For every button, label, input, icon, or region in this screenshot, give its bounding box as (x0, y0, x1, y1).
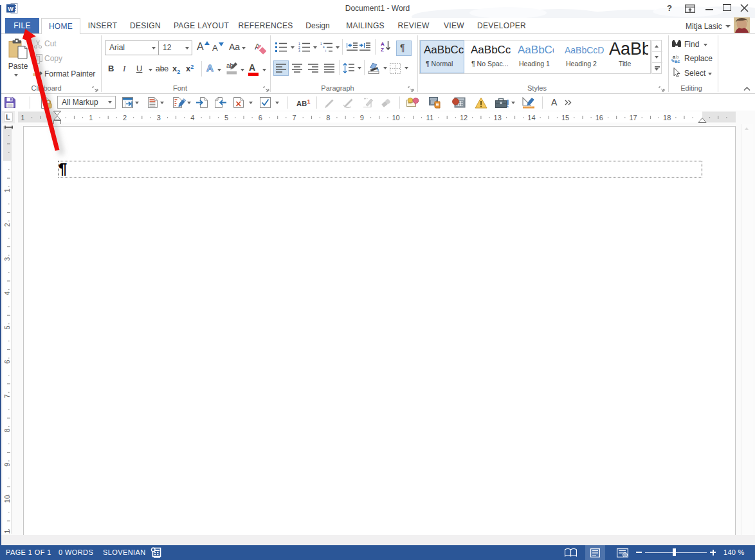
svg-text:4: 4 (190, 114, 194, 122)
svg-text:i: i (325, 50, 326, 52)
svg-text:ac: ac (675, 59, 680, 64)
svg-text:13: 13 (494, 114, 502, 122)
svg-text:18: 18 (663, 114, 671, 122)
svg-text:8: 8 (3, 428, 11, 432)
svg-text:3: 3 (3, 257, 11, 261)
svg-text:11: 11 (426, 114, 433, 122)
svg-text:2: 2 (3, 223, 11, 227)
svg-text:10: 10 (392, 114, 399, 122)
svg-text:1: 1 (89, 114, 93, 122)
svg-text:5: 5 (224, 114, 228, 122)
svg-text:14: 14 (527, 114, 535, 122)
svg-text:1: 1 (3, 188, 11, 192)
svg-text:10: 10 (3, 495, 11, 503)
svg-text:2: 2 (123, 114, 127, 122)
svg-text:6: 6 (3, 360, 11, 364)
svg-text:A: A (206, 62, 214, 73)
svg-text:9: 9 (360, 114, 364, 122)
svg-text:1: 1 (320, 42, 322, 46)
svg-text:11: 11 (3, 530, 11, 534)
svg-text:17: 17 (629, 114, 637, 122)
svg-text:3: 3 (298, 49, 300, 52)
svg-text:6: 6 (259, 114, 262, 122)
svg-text:8: 8 (326, 114, 330, 122)
svg-text:7: 7 (3, 394, 11, 398)
svg-text:A: A (381, 41, 385, 47)
svg-text:7: 7 (292, 114, 296, 122)
svg-text:4: 4 (3, 291, 11, 295)
svg-text:a: a (323, 46, 325, 49)
svg-text:Z: Z (381, 47, 384, 52)
svg-text:12: 12 (460, 114, 468, 122)
svg-text:1: 1 (21, 114, 24, 122)
svg-text:16: 16 (596, 114, 603, 122)
svg-text:9: 9 (3, 463, 11, 467)
svg-text:3: 3 (157, 114, 161, 122)
svg-text:5: 5 (3, 325, 11, 329)
svg-text:15: 15 (561, 114, 569, 122)
